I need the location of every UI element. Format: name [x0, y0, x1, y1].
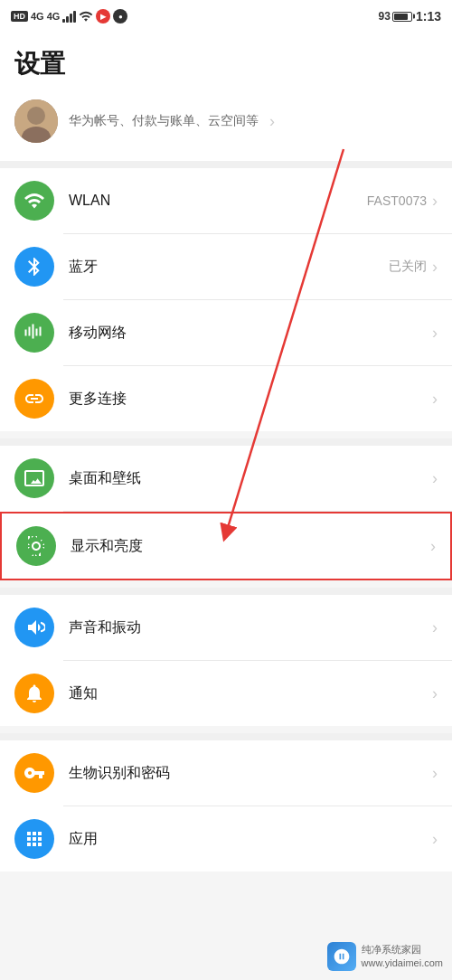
- biometric-icon: [14, 753, 54, 793]
- section-divider-2: [0, 588, 452, 595]
- account-row[interactable]: 华为帐号、付款与账单、云空间等 ›: [14, 92, 438, 154]
- display-chevron-icon: ›: [430, 537, 436, 556]
- settings-item-biometric[interactable]: 生物识别和密码 ›: [0, 740, 452, 806]
- more-connect-chevron-icon: ›: [432, 390, 438, 409]
- status-time: 1:13: [416, 9, 441, 24]
- settings-item-desktop[interactable]: 桌面和壁纸 ›: [0, 446, 452, 511]
- more-connect-label: 更多连接: [69, 390, 427, 409]
- settings-item-apps[interactable]: 应用 ›: [0, 806, 452, 872]
- settings-item-bluetooth[interactable]: 蓝牙 已关闭 ›: [0, 234, 452, 299]
- battery-icon: [392, 12, 412, 22]
- sound-chevron-icon: ›: [432, 618, 438, 637]
- bluetooth-value: 已关闭: [389, 259, 427, 275]
- desktop-wallpaper-icon: [14, 458, 54, 498]
- bluetooth-label: 蓝牙: [69, 258, 389, 277]
- signal-bars-icon: [62, 10, 76, 23]
- mobile-chevron-icon: ›: [432, 324, 438, 343]
- network-indicator-4g2: 4G: [47, 11, 61, 22]
- account-chevron-icon: ›: [269, 112, 275, 131]
- battery-percentage: 93: [379, 10, 391, 23]
- mobile-network-icon: [14, 313, 54, 353]
- settings-item-display[interactable]: 显示和亮度 ›: [0, 512, 452, 580]
- bluetooth-icon: [14, 247, 54, 287]
- settings-item-wlan[interactable]: WLAN FAST0073 ›: [0, 168, 452, 233]
- settings-section-display: 桌面和壁纸 › 显示和亮度 ›: [0, 446, 452, 580]
- svg-point-1: [27, 107, 45, 125]
- sound-vibration-icon: [14, 608, 54, 647]
- bluetooth-chevron-icon: ›: [432, 258, 438, 277]
- settings-section-sound: 声音和振动 › 通知 ›: [0, 595, 452, 726]
- watermark-url: www.yidaimei.com: [362, 956, 443, 970]
- avatar: [14, 99, 58, 143]
- status-bar-right: 93 1:13: [379, 9, 441, 24]
- account-description: 华为帐号、付款与账单、云空间等: [69, 113, 259, 129]
- notification-icon: [14, 674, 54, 713]
- status-bar-left: HD 4G 4G ▶ ●: [11, 9, 127, 24]
- display-label: 显示和亮度: [71, 537, 425, 556]
- wlan-icon: [14, 181, 54, 221]
- wifi-status-icon: [79, 10, 93, 23]
- section-divider-1: [0, 438, 452, 446]
- app-notification-icon1: ▶: [96, 9, 110, 24]
- desktop-label: 桌面和壁纸: [69, 469, 427, 488]
- page-header: 设置 华为帐号、付款与账单、云空间等 ›: [0, 33, 452, 161]
- section-divider-3: [0, 733, 452, 740]
- apps-label: 应用: [69, 830, 427, 849]
- section-divider-top: [0, 161, 452, 168]
- battery-indicator: 93: [379, 10, 412, 23]
- wlan-chevron-icon: ›: [432, 192, 438, 211]
- settings-item-more-connect[interactable]: 更多连接 ›: [0, 366, 452, 431]
- more-connect-icon: [14, 379, 54, 419]
- watermark: 纯净系统家园 www.yidaimei.com: [327, 942, 443, 971]
- notification-chevron-icon: ›: [432, 684, 438, 703]
- wlan-label: WLAN: [69, 193, 367, 209]
- watermark-site: 纯净系统家园: [362, 943, 443, 956]
- display-brightness-icon: [16, 526, 56, 566]
- sound-label: 声音和振动: [69, 618, 427, 637]
- apps-icon: [14, 819, 54, 859]
- page-title: 设置: [14, 47, 438, 81]
- hd-badge: HD: [11, 11, 28, 22]
- settings-item-sound[interactable]: 声音和振动 ›: [0, 595, 452, 660]
- biometric-chevron-icon: ›: [432, 764, 438, 783]
- notification-label: 通知: [69, 684, 427, 703]
- status-bar: HD 4G 4G ▶ ● 93 1:13: [0, 0, 452, 33]
- watermark-logo: [327, 942, 356, 971]
- app-notification-icon2: ●: [113, 9, 127, 24]
- wlan-value: FAST0073: [367, 193, 427, 208]
- network-indicator-4g1: 4G: [31, 11, 44, 22]
- settings-item-mobile-network[interactable]: 移动网络 ›: [0, 300, 452, 365]
- desktop-chevron-icon: ›: [432, 469, 438, 488]
- settings-section-network: WLAN FAST0073 › 蓝牙 已关闭 › 移动网络 › 更多连接 ›: [0, 168, 452, 431]
- biometric-label: 生物识别和密码: [69, 764, 427, 783]
- settings-item-notification[interactable]: 通知 ›: [0, 661, 452, 726]
- watermark-text: 纯净系统家园 www.yidaimei.com: [362, 943, 443, 971]
- mobile-network-label: 移动网络: [69, 324, 427, 343]
- settings-section-security: 生物识别和密码 › 应用 ›: [0, 740, 452, 872]
- apps-chevron-icon: ›: [432, 830, 438, 849]
